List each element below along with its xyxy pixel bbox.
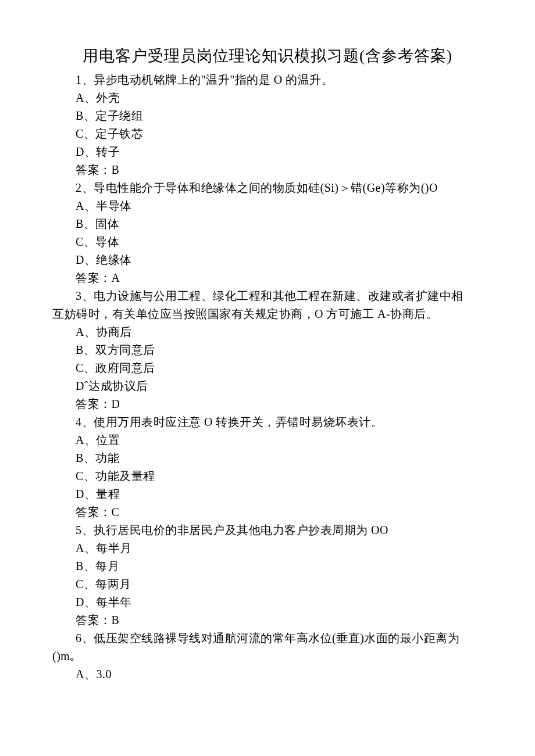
document-page: 用电客户受理员岗位理论知识模拟习题(含参考答案) 1、异步电动机铭牌上的"温升"…	[0, 0, 535, 756]
question-4-option-d: D、量程	[52, 485, 483, 503]
question-5-option-b: B、每月	[52, 557, 483, 575]
question-3-option-d: Dˆ达成协议后	[52, 377, 483, 395]
question-6-option-a: A、3.0	[52, 665, 483, 683]
question-5-answer: 答案：B	[52, 611, 483, 629]
question-5-option-a: A、每半月	[52, 539, 483, 557]
question-2-option-a: A、半导体	[52, 197, 483, 215]
question-2-option-c: C、导体	[52, 233, 483, 251]
question-2-stem: 2、导电性能介于导体和绝缘体之间的物质如硅(Si)＞错(Ge)等称为()O	[52, 179, 483, 197]
question-4-option-c: C、功能及量程	[52, 467, 483, 485]
question-1-option-c: C、定子铁芯	[52, 125, 483, 143]
question-3-option-b: B、双方同意后	[52, 341, 483, 359]
question-6-stem-line1: 6、低压架空线路裸导线对通航河流的常年高水位(垂直)水面的最小距离为	[52, 629, 483, 647]
question-5-stem: 5、执行居民电价的非居民户及其他电力客户抄表周期为 OO	[52, 521, 483, 539]
question-3-answer: 答案：D	[52, 395, 483, 413]
question-4-stem: 4、使用万用表时应注意 O 转换开关，弄错时易烧坏表计。	[52, 413, 483, 431]
question-4-option-b: B、功能	[52, 449, 483, 467]
question-1-answer: 答案：B	[52, 161, 483, 179]
question-2-option-b: B、固体	[52, 215, 483, 233]
question-3-option-a: A、协商后	[52, 323, 483, 341]
question-1-option-b: B、定子绕组	[52, 107, 483, 125]
question-1-option-a: A、外壳	[52, 89, 483, 107]
document-title: 用电客户受理员岗位理论知识模拟习题(含参考答案)	[52, 45, 483, 66]
question-6-stem-line2: ()m｡	[52, 647, 483, 665]
question-5-option-c: C、每两月	[52, 575, 483, 593]
question-2-option-d: D、绝缘体	[52, 251, 483, 269]
question-3-stem-line1: 3、电力设施与公用工程、绿化工程和其他工程在新建、改建或者扩建中相	[52, 287, 483, 305]
question-4-option-a: A、位置	[52, 431, 483, 449]
question-5-option-d: D、每半年	[52, 593, 483, 611]
question-2-answer: 答案：A	[52, 269, 483, 287]
question-4-answer: 答案：C	[52, 503, 483, 521]
question-1-option-d: D、转子	[52, 143, 483, 161]
question-3-option-c: C、政府同意后	[52, 359, 483, 377]
question-1-stem: 1、异步电动机铭牌上的"温升"指的是 O 的温升。	[52, 71, 483, 89]
question-3-stem-line2: 互妨碍时，有关单位应当按照国家有关规定协商，O 方可施工 A-协商后。	[52, 305, 483, 323]
